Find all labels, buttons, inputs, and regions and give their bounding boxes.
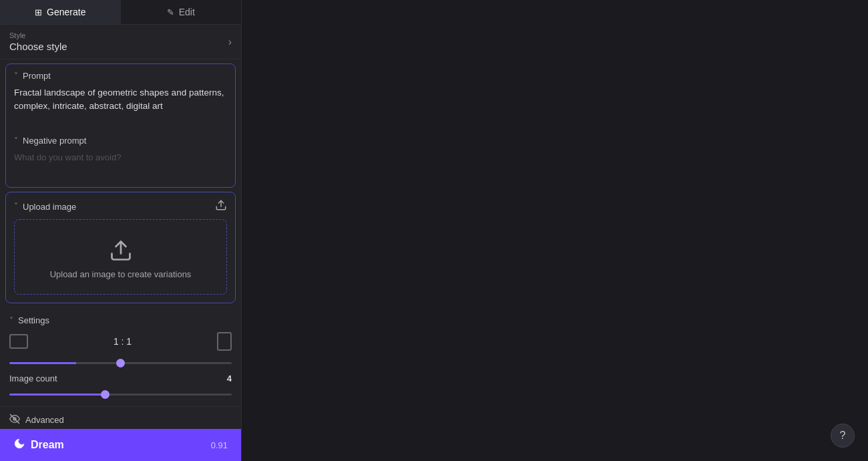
upload-instruction-text: Upload an image to create variations (50, 269, 192, 279)
tab-edit[interactable]: ✎ Edit (121, 0, 242, 24)
tab-generate-label: Generate (47, 7, 85, 17)
dream-button[interactable]: Dream 0.91 (0, 429, 241, 461)
settings-title: Settings (18, 315, 49, 325)
negative-prompt-input[interactable] (6, 151, 235, 184)
help-button[interactable]: ? (831, 424, 855, 448)
prompt-title-row: ˅ Prompt (14, 71, 51, 81)
image-count-label: Image count (9, 373, 57, 383)
aspect-landscape-icon[interactable] (9, 334, 28, 349)
advanced-header[interactable]: Advanced (0, 406, 241, 429)
negative-prompt-header[interactable]: ˅ Negative prompt (6, 129, 235, 151)
negative-prompt-title: Negative prompt (23, 136, 86, 146)
settings-chevron-icon: ˅ (9, 316, 13, 325)
image-count-value: 4 (227, 373, 232, 383)
upload-share-icon[interactable] (215, 199, 227, 214)
generate-icon: ⊞ (35, 7, 42, 17)
dream-button-label: Dream (31, 439, 64, 451)
style-label: Style (9, 31, 67, 39)
style-chooser[interactable]: Style Choose style › (0, 25, 241, 59)
upload-section-title: Upload image (23, 202, 76, 212)
upload-section: ˅ Upload image (5, 192, 236, 303)
negative-title-row: ˅ Negative prompt (14, 136, 86, 146)
chevron-right-icon: › (228, 36, 232, 48)
main-canvas-area (242, 0, 868, 461)
tabs-bar: ⊞ Generate ✎ Edit (0, 0, 241, 25)
upload-chevron-icon: ˅ (14, 202, 18, 211)
dream-version: 0.91 (211, 440, 228, 450)
advanced-label: Advanced (25, 415, 64, 425)
settings-section: ˅ Settings 1 : 1 Image count 4 (0, 307, 241, 404)
edit-icon: ✎ (167, 7, 174, 17)
upload-title-row: ˅ Upload image (14, 202, 76, 212)
image-count-slider[interactable] (9, 394, 232, 396)
sidebar-scroll-content: ˅ Prompt Fractal landscape of geometric … (0, 59, 241, 429)
prompt-section: ˅ Prompt Fractal landscape of geometric … (5, 63, 236, 188)
settings-title-row: ˅ Settings (9, 315, 49, 325)
image-count-slider-container (9, 386, 232, 398)
sidebar: ⊞ Generate ✎ Edit Style Choose style › ˅… (0, 0, 242, 461)
tab-edit-label: Edit (179, 7, 195, 17)
dream-moon-icon (13, 438, 25, 452)
dream-button-left: Dream (13, 438, 64, 452)
aspect-ratio-slider-container (9, 355, 232, 367)
style-value: Choose style (9, 41, 67, 52)
advanced-eye-icon (9, 414, 20, 426)
prompt-input[interactable]: Fractal landscape of geometric shapes an… (6, 86, 235, 126)
tab-generate[interactable]: ⊞ Generate (0, 0, 121, 24)
prompt-section-header[interactable]: ˅ Prompt (6, 64, 235, 86)
advanced-section: Advanced Width 1024 Height 1024 (0, 406, 241, 429)
aspect-ratio-row: 1 : 1 (9, 332, 232, 351)
settings-header[interactable]: ˅ Settings (9, 310, 232, 329)
negative-chevron-icon: ˅ (14, 136, 18, 146)
upload-section-header[interactable]: ˅ Upload image (6, 192, 235, 219)
help-icon: ? (840, 430, 846, 442)
upload-arrow-icon (109, 239, 133, 263)
aspect-ratio-value: 1 : 1 (114, 336, 132, 347)
upload-dropzone[interactable]: Upload an image to create variations (14, 219, 227, 295)
style-text-group: Style Choose style (9, 31, 67, 52)
aspect-portrait-icon[interactable] (217, 332, 232, 351)
prompt-section-title: Prompt (23, 71, 51, 81)
prompt-chevron-icon: ˅ (14, 71, 18, 81)
image-count-row: Image count 4 (9, 373, 232, 383)
aspect-ratio-slider[interactable] (9, 362, 232, 364)
